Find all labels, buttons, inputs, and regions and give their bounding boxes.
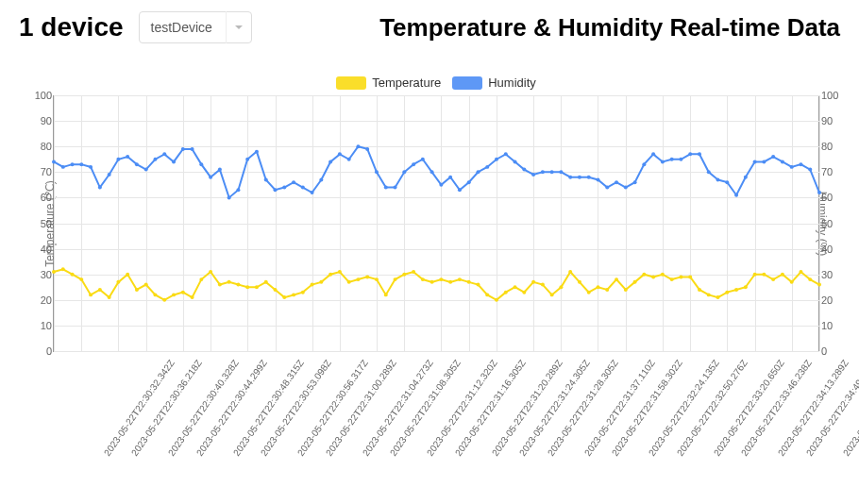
data-point [495, 298, 498, 302]
data-point [209, 176, 212, 179]
data-point [808, 277, 812, 281]
data-point [624, 186, 628, 190]
data-point [762, 273, 766, 277]
data-point [227, 280, 231, 284]
data-point [245, 285, 249, 289]
data-point [227, 195, 231, 199]
data-point [781, 273, 784, 277]
data-point [485, 293, 489, 296]
data-point [89, 165, 93, 169]
y-right-tick: 0 [821, 345, 827, 357]
data-point [578, 280, 581, 284]
data-point [744, 176, 748, 179]
data-point [181, 147, 185, 151]
data-point [698, 152, 701, 156]
y-right-tick: 30 [821, 269, 833, 280]
y-left-tick: 30 [41, 269, 52, 280]
data-point [615, 277, 618, 281]
data-point [541, 283, 545, 287]
data-point [476, 283, 480, 287]
data-point [531, 173, 535, 176]
data-point [255, 285, 259, 289]
device-select[interactable]: testDevice [139, 11, 252, 43]
data-point [328, 273, 332, 277]
data-point [605, 186, 609, 190]
data-point [670, 158, 674, 161]
data-point [587, 291, 591, 294]
data-point [439, 277, 443, 281]
data-point [135, 162, 139, 166]
data-point [292, 180, 295, 184]
data-point [615, 180, 618, 184]
data-point [504, 152, 508, 156]
data-point [153, 293, 157, 296]
data-point [744, 285, 748, 289]
y-right-tick: 60 [821, 192, 833, 203]
data-point [153, 158, 157, 161]
chevron-down-icon[interactable] [226, 11, 252, 43]
data-point [753, 273, 757, 277]
data-point [587, 176, 591, 179]
y-left-tick: 80 [41, 141, 52, 152]
data-point [116, 158, 120, 161]
data-point [311, 191, 314, 194]
data-point [236, 188, 240, 192]
data-point [633, 280, 637, 284]
data-point [108, 295, 111, 299]
data-point [522, 291, 526, 294]
data-point [531, 280, 535, 284]
data-point [458, 277, 462, 281]
data-point [356, 144, 360, 148]
page-title: Temperature & Humidity Real-time Data [379, 13, 840, 42]
data-point [688, 275, 692, 278]
data-point [116, 280, 120, 284]
y-right-tick: 90 [821, 115, 833, 126]
data-point [191, 295, 194, 299]
y-right-tick: 50 [821, 218, 833, 229]
data-point [98, 288, 102, 292]
data-point [218, 283, 222, 287]
data-point [771, 155, 775, 159]
data-point [707, 170, 711, 174]
legend-item-humidity[interactable]: Humidity [452, 76, 536, 90]
data-point [199, 277, 203, 281]
data-point [245, 158, 249, 161]
data-point [661, 160, 665, 163]
y-left-tick: 90 [41, 115, 52, 126]
data-point [61, 165, 65, 169]
data-point [642, 162, 646, 166]
data-point [71, 162, 75, 166]
data-point [781, 160, 784, 163]
data-point [624, 288, 628, 292]
data-point [679, 275, 682, 278]
data-point [264, 177, 268, 181]
legend-swatch-humidity [452, 76, 482, 90]
legend-swatch-temperature [336, 76, 366, 90]
data-point [504, 291, 508, 294]
data-point [144, 283, 148, 287]
series-line-temperature [54, 269, 819, 299]
legend: Temperature Humidity [53, 76, 819, 90]
data-point [126, 155, 129, 159]
data-point [264, 280, 268, 284]
legend-item-temperature[interactable]: Temperature [336, 76, 441, 90]
data-point [412, 162, 415, 166]
y-left-tick: 20 [41, 294, 52, 306]
data-point [338, 270, 342, 274]
data-point [790, 165, 794, 169]
data-point [375, 277, 379, 281]
header: 1 device testDevice Temperature & Humidi… [0, 0, 859, 43]
data-point [172, 293, 176, 296]
chart-svg [54, 95, 819, 351]
y-left-tick: 50 [41, 218, 52, 229]
data-point [578, 176, 581, 179]
y-right-tick: 80 [821, 141, 833, 152]
y-left-tick: 0 [46, 345, 52, 357]
y-right-tick: 40 [821, 244, 833, 255]
data-point [126, 273, 129, 277]
data-point [753, 160, 757, 163]
data-point [292, 293, 295, 296]
data-point [274, 188, 278, 192]
data-point [605, 288, 609, 292]
data-point [338, 152, 342, 156]
